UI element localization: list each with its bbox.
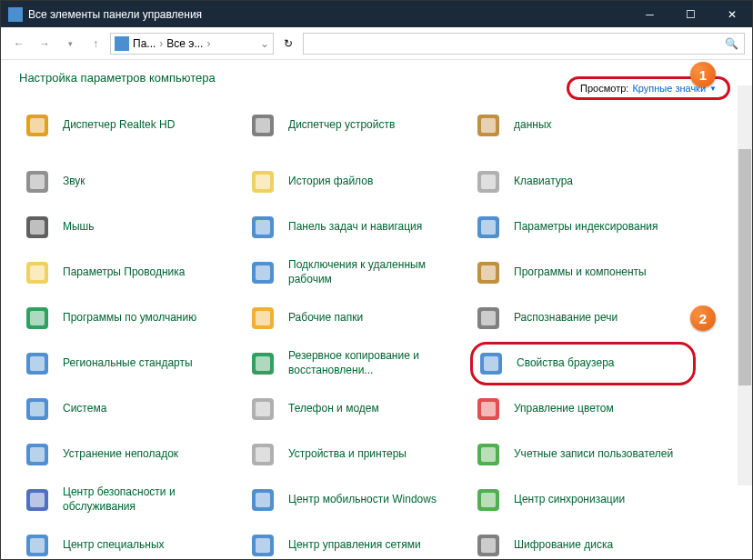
control-panel-item[interactable]: Программы по умолчанию [19, 296, 245, 340]
item-label: Подключения к удаленным рабочим [288, 258, 452, 286]
control-panel-grid: Диспетчер Realtek HDДиспетчер устройствд… [19, 115, 738, 559]
control-panel-item[interactable]: Центр специальных [19, 524, 245, 559]
control-panel-item[interactable]: Региональные стандарты [19, 342, 245, 385]
vertical-scrollbar[interactable] [738, 85, 752, 485]
chevron-down-icon: ▼ [709, 85, 717, 93]
control-panel-item[interactable]: Программы и компоненты [470, 251, 696, 295]
item-icon [248, 213, 277, 242]
item-label: Региональные стандарты [63, 356, 193, 371]
item-icon [23, 111, 52, 140]
item-icon [248, 258, 277, 287]
chevron-down-icon[interactable]: ⌄ [260, 37, 269, 50]
item-icon [23, 258, 52, 287]
refresh-button[interactable]: ↻ [277, 33, 299, 55]
item-label: Учетные записи пользователей [514, 447, 673, 462]
close-button[interactable]: ✕ [711, 1, 752, 27]
control-panel-item[interactable]: Подключения к удаленным рабочим [245, 251, 470, 295]
svg-rect-17 [481, 220, 496, 235]
breadcrumb-part[interactable]: Все э... [166, 37, 203, 50]
item-label: Параметры индексирования [514, 220, 658, 235]
control-panel-item[interactable]: Устройства и принтеры [245, 433, 470, 476]
svg-rect-9 [256, 175, 270, 189]
up-button[interactable]: ↑ [85, 33, 106, 55]
annotation-badge-2: 2 [690, 305, 716, 331]
control-panel-item[interactable]: Мышь [19, 205, 245, 249]
control-panel-item[interactable]: Звук [19, 160, 245, 204]
control-panel-item[interactable]: Управление цветом [470, 387, 696, 431]
control-panel-item[interactable]: Центр мобильности Windows [245, 478, 470, 522]
svg-rect-33 [256, 356, 270, 371]
item-label: История файлов [288, 175, 373, 189]
item-label: данных [514, 118, 552, 133]
item-icon [474, 531, 503, 559]
item-label: Резервное копирование и восстановлени... [288, 349, 452, 377]
control-panel-item[interactable]: Рабочие папки [245, 296, 470, 340]
control-panel-item[interactable]: Телефон и модем [245, 387, 470, 431]
item-icon [474, 258, 503, 287]
svg-rect-5 [481, 118, 496, 133]
item-icon [23, 440, 52, 469]
breadcrumb[interactable]: Па... › Все э... › ⌄ [110, 33, 274, 55]
control-panel-item[interactable]: Распознавание речи [470, 296, 696, 340]
control-panel-item[interactable]: Резервное копирование и восстановлени... [245, 342, 470, 385]
control-panel-item[interactable]: Центр управления сетями [245, 524, 470, 559]
svg-rect-15 [256, 220, 270, 235]
control-panel-item[interactable]: Параметры индексирования [470, 205, 696, 249]
item-icon [474, 485, 503, 515]
back-button[interactable]: ← [8, 33, 30, 55]
svg-rect-25 [30, 311, 45, 325]
item-icon [474, 213, 503, 242]
control-panel-item[interactable]: данных [470, 115, 696, 136]
maximize-button[interactable]: ☐ [670, 1, 711, 27]
control-panel-item[interactable]: Центр безопасности и обслуживания [19, 478, 245, 522]
item-label: Центр безопасности и обслуживания [63, 485, 226, 514]
item-icon [23, 485, 52, 515]
recent-button[interactable]: ▾ [59, 33, 81, 55]
svg-rect-43 [30, 447, 45, 462]
item-icon [474, 440, 503, 469]
item-label: Система [63, 402, 106, 416]
item-label: Центр управления сетями [288, 538, 421, 553]
svg-rect-21 [256, 265, 270, 280]
breadcrumb-part[interactable]: Па... [133, 37, 156, 50]
item-label: Диспетчер устройств [288, 118, 395, 133]
control-panel-item[interactable]: История файлов [245, 160, 470, 204]
item-icon [248, 349, 277, 378]
item-label: Устранение неполадок [63, 447, 178, 462]
svg-rect-19 [30, 265, 45, 280]
search-input[interactable]: 🔍 [303, 33, 745, 55]
scrollbar-thumb[interactable] [738, 149, 751, 385]
item-icon [248, 485, 277, 515]
control-panel-item[interactable]: Панель задач и навигация [245, 205, 470, 249]
item-icon [477, 349, 506, 378]
control-panel-item[interactable]: Система [19, 387, 245, 431]
control-panel-item[interactable]: Диспетчер Realtek HD [19, 115, 245, 136]
svg-rect-11 [481, 175, 496, 189]
control-panel-item[interactable]: Свойства браузера [470, 342, 696, 385]
svg-rect-27 [256, 311, 270, 325]
item-label: Центр мобильности Windows [288, 493, 437, 507]
control-panel-item[interactable]: Шифрование диска [470, 524, 696, 559]
item-label: Свойства браузера [517, 356, 615, 371]
control-panel-item[interactable]: Центр синхронизации [470, 478, 696, 522]
control-panel-item[interactable]: Устранение неполадок [19, 433, 245, 476]
item-icon [248, 167, 277, 196]
control-panel-icon [115, 36, 129, 51]
minimize-button[interactable]: ─ [629, 1, 670, 27]
item-label: Центр специальных [63, 538, 165, 553]
svg-rect-1 [30, 118, 45, 133]
item-icon [248, 304, 277, 333]
item-icon [474, 304, 503, 333]
control-panel-item[interactable]: Учетные записи пользователей [470, 433, 696, 476]
control-panel-item[interactable]: Клавиатура [470, 160, 696, 204]
item-label: Параметры Проводника [63, 265, 185, 280]
svg-rect-3 [256, 118, 270, 133]
item-icon [474, 167, 503, 196]
control-panel-item[interactable]: Диспетчер устройств [245, 115, 470, 136]
svg-rect-39 [256, 402, 270, 416]
svg-rect-29 [481, 311, 496, 325]
control-panel-item[interactable]: Параметры Проводника [19, 251, 245, 295]
svg-rect-51 [256, 493, 270, 507]
annotation-badge-1: 1 [690, 62, 716, 87]
forward-button[interactable]: → [34, 33, 55, 55]
